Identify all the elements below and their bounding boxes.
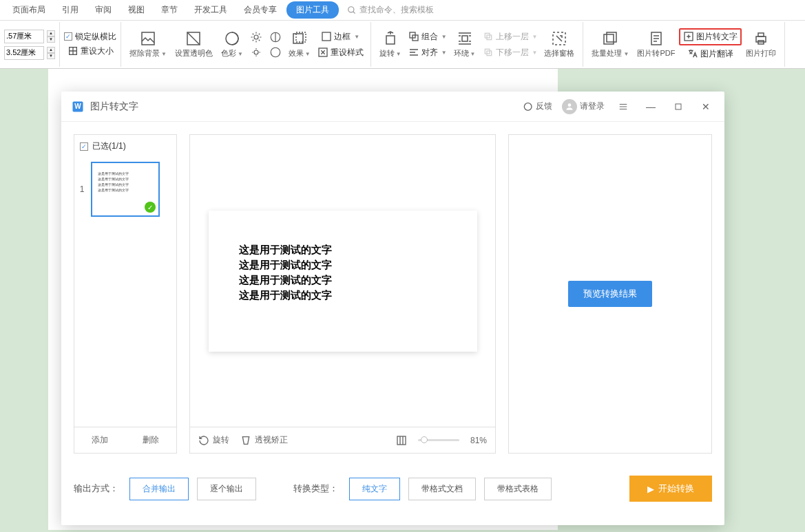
menu-sections[interactable]: 章节 [154,1,185,19]
width-up[interactable]: ▲ [47,47,55,53]
ocr-dialog: W 图片转文字 反馈 请登录 — ✕ ✓ [61,92,724,525]
border-button[interactable]: 边框▼ [315,30,366,44]
svg-text:W: W [74,103,81,110]
search-placeholder: 查找命令、搜索模板 [359,4,434,16]
preview-result-button[interactable]: 预览转换结果 [568,281,652,307]
maximize-button[interactable] [669,98,687,116]
move-up-button[interactable]: 上移一层▼ [480,30,541,44]
perspective-button[interactable]: 透视矫正 [240,434,288,446]
align-icon [408,47,419,58]
lock-aspect-checkbox[interactable]: ✓ [64,32,72,41]
start-convert-button[interactable]: ▶ 开始转换 [629,476,712,502]
reset-size-icon [67,45,79,56]
set-transparent-button[interactable]: 设置透明色 [171,29,217,60]
play-icon: ▶ [647,484,654,494]
thumbnail[interactable]: 这是用于测试的文字 这是用于测试的文字 这是用于测试的文字 这是用于测试的文字 … [91,162,160,217]
brightness-button[interactable] [247,30,265,44]
select-pane-icon [551,30,567,47]
to-text-button[interactable]: 图片转文字 [679,28,742,45]
dialog-title-icon: W [71,100,85,114]
height-input[interactable] [4,30,44,43]
width-input[interactable] [4,46,44,60]
brightness-down-button[interactable] [247,45,265,59]
menu-member[interactable]: 会员专享 [237,1,284,19]
minimize-button[interactable]: — [642,98,660,116]
svg-rect-12 [322,32,331,41]
svg-line-1 [353,11,355,13]
avatar-icon [562,99,577,114]
fit-icon[interactable] [396,435,407,446]
menu-button[interactable] [614,98,632,116]
output-merge-option[interactable]: 合并输出 [129,478,189,500]
svg-point-9 [271,47,280,57]
menu-references[interactable]: 引用 [55,1,85,19]
transparent-icon [185,30,202,47]
rotate-button[interactable]: 旋转▼ [375,29,406,60]
effect-button[interactable]: 效果▼ [284,29,315,60]
translate-button[interactable]: 图片翻译 [679,47,742,61]
contrast-down-button[interactable] [266,45,284,59]
reset-style-button[interactable]: 重设样式 [315,45,366,60]
reset-size-button[interactable]: 重设大小 [64,44,116,58]
selected-count-label: 已选(1/1) [92,140,126,152]
type-text-option[interactable]: 纯文字 [349,478,400,500]
zoom-slider[interactable] [418,439,459,441]
batch-icon [602,30,618,47]
svg-rect-34 [397,436,406,445]
slider-thumb[interactable] [421,436,428,443]
effect-icon [291,30,308,47]
select-all-checkbox[interactable]: ✓ [80,142,88,151]
type-doc-option[interactable]: 带格式文档 [408,478,476,500]
move-down-button[interactable]: 下移一层▼ [480,45,541,60]
rotate-preview-icon [198,435,209,446]
output-separate-option[interactable]: 逐个输出 [197,478,256,500]
menu-dev-tools[interactable]: 开发工具 [187,1,234,19]
svg-rect-23 [604,34,614,44]
maximize-icon [674,103,682,111]
feedback-button[interactable]: 反馈 [522,100,552,112]
chat-icon [522,101,533,112]
height-up[interactable]: ▲ [47,30,55,36]
search-icon [347,6,357,15]
lock-aspect-label: 锁定纵横比 [75,31,116,43]
contrast-button[interactable] [266,30,284,44]
batch-button[interactable]: 批量处理▼ [587,29,633,60]
svg-rect-10 [293,34,303,43]
pdf-icon [648,30,665,47]
svg-rect-27 [756,36,766,42]
svg-point-6 [254,35,258,39]
color-button[interactable]: 色彩▼ [217,29,247,60]
chevron-down-icon: ▼ [161,51,167,57]
print-image-button[interactable]: 图片打印 [742,29,780,60]
align-button[interactable]: 对齐▼ [406,45,450,60]
combine-icon [408,31,419,42]
svg-rect-3 [142,32,154,45]
select-pane-button[interactable]: 选择窗格 [540,29,578,60]
add-button[interactable]: 添加 [74,427,125,453]
close-button[interactable]: ✕ [697,98,715,116]
thumbnail-item[interactable]: 1 这是用于测试的文字 这是用于测试的文字 这是用于测试的文字 这是用于测试的文… [77,162,174,217]
menu-review[interactable]: 审阅 [88,1,118,19]
preview-area: 这是用于测试的文字 这是用于测试的文字 这是用于测试的文字 这是用于测试的文字 [190,135,495,427]
reset-style-icon [317,47,328,58]
menu-view[interactable]: 视图 [121,1,151,19]
type-table-option[interactable]: 带格式表格 [484,478,552,500]
width-down[interactable]: ▼ [47,53,55,59]
rotate-preview-button[interactable]: 旋转 [198,434,229,446]
combine-button[interactable]: 组合▼ [406,30,450,44]
move-down-icon [483,47,494,58]
to-pdf-button[interactable]: 图片转PDF [633,29,679,60]
remove-bg-button[interactable]: 抠除背景▼ [125,29,171,60]
login-button[interactable]: 请登录 [562,99,605,114]
translate-icon [687,48,698,59]
preview-image: 这是用于测试的文字 这是用于测试的文字 这是用于测试的文字 这是用于测试的文字 [209,211,477,352]
command-search[interactable]: 查找命令、搜索模板 [347,4,434,16]
menu-picture-tools[interactable]: 图片工具 [286,1,339,19]
rotate-icon [382,30,399,47]
wrap-icon [457,30,473,47]
delete-button[interactable]: 删除 [125,427,176,453]
menu-page-layout[interactable]: 页面布局 [6,1,52,19]
zoom-level: 81% [470,436,487,445]
height-down[interactable]: ▼ [47,36,55,43]
wrap-button[interactable]: 环绕▼ [450,29,480,60]
